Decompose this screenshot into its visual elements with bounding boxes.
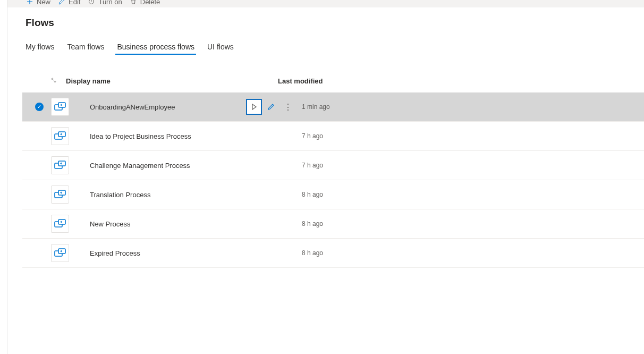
row-name[interactable]: Translation Process: [80, 191, 246, 199]
tab-business-process-flows[interactable]: Business process flows: [117, 39, 194, 54]
svg-rect-6: [58, 132, 65, 137]
row-icon: [51, 127, 80, 145]
col-header-modified[interactable]: Last modified: [278, 77, 644, 85]
plus-icon: [26, 0, 33, 5]
row-icon: [51, 215, 80, 233]
page-title: Flows: [7, 17, 644, 29]
svg-point-1: [52, 78, 53, 80]
main-content: Flows My flows Team flows Business proce…: [7, 7, 644, 354]
tab-my-flows[interactable]: My flows: [26, 39, 54, 54]
row-name[interactable]: OnboardingANewEmployee: [80, 103, 246, 111]
delete-command[interactable]: Delete: [130, 0, 160, 6]
power-icon: [88, 0, 95, 5]
svg-rect-8: [58, 161, 65, 166]
row-modified: 8 h ago: [302, 220, 644, 227]
turn-on-command[interactable]: Turn on: [88, 0, 122, 6]
edit-button[interactable]: [263, 99, 279, 115]
checkmark-icon: ✓: [35, 103, 44, 111]
turn-on-command-label: Turn on: [98, 0, 122, 6]
svg-rect-14: [58, 249, 65, 254]
row-name[interactable]: Idea to Project Business Process: [80, 132, 246, 140]
row-actions: ⋮: [246, 99, 302, 115]
table-header: Display name Last modified: [22, 69, 644, 92]
flow-icon: [51, 156, 69, 174]
row-modified: 8 h ago: [302, 191, 644, 198]
row-icon: [51, 244, 80, 262]
svg-point-2: [54, 81, 56, 82]
col-header-name[interactable]: Display name: [56, 77, 222, 85]
row-name[interactable]: Challenge Management Process: [80, 162, 246, 170]
edit-command[interactable]: Edit: [58, 0, 80, 6]
table-row[interactable]: ✓OnboardingANewEmployee⋮1 min ago: [22, 92, 644, 122]
table-row[interactable]: New Process8 h ago: [22, 209, 644, 239]
row-icon: [51, 156, 80, 174]
tab-bar: My flows Team flows Business process flo…: [7, 39, 644, 54]
row-modified: 7 h ago: [302, 162, 644, 169]
flow-icon: [51, 98, 69, 116]
table-row[interactable]: Translation Process8 h ago: [22, 180, 644, 209]
tab-ui-flows[interactable]: UI flows: [207, 39, 234, 54]
row-modified: 8 h ago: [302, 249, 644, 257]
command-bar: New Edit Turn on Delete: [7, 0, 644, 7]
delete-command-label: Delete: [140, 0, 160, 6]
flow-icon: [51, 244, 69, 262]
table-row[interactable]: Expired Process8 h ago: [22, 239, 644, 268]
tab-team-flows[interactable]: Team flows: [67, 39, 104, 54]
run-button[interactable]: [246, 99, 262, 115]
row-select[interactable]: ✓: [35, 103, 51, 111]
flow-icon: [51, 127, 69, 145]
flows-table: Display name Last modified ✓OnboardingAN…: [7, 69, 644, 268]
row-name[interactable]: Expired Process: [80, 249, 246, 257]
col-header-link[interactable]: [51, 77, 56, 85]
svg-rect-10: [58, 190, 65, 195]
new-command[interactable]: New: [26, 0, 50, 6]
svg-rect-12: [58, 220, 65, 224]
trash-icon: [130, 0, 137, 5]
more-button[interactable]: ⋮: [280, 99, 296, 115]
row-modified: 7 h ago: [302, 132, 644, 140]
pencil-icon: [58, 0, 65, 5]
row-icon: [51, 98, 80, 116]
flow-icon: [51, 186, 69, 204]
edit-command-label: Edit: [69, 0, 80, 6]
svg-rect-4: [58, 103, 65, 107]
row-modified: 1 min ago: [302, 103, 644, 111]
left-nav-strip: [0, 0, 7, 354]
new-command-label: New: [37, 0, 50, 6]
table-row[interactable]: Idea to Project Business Process7 h ago: [22, 122, 644, 151]
flow-icon: [51, 215, 69, 233]
row-name[interactable]: New Process: [80, 220, 246, 228]
row-icon: [51, 186, 80, 204]
table-row[interactable]: Challenge Management Process7 h ago: [22, 151, 644, 180]
